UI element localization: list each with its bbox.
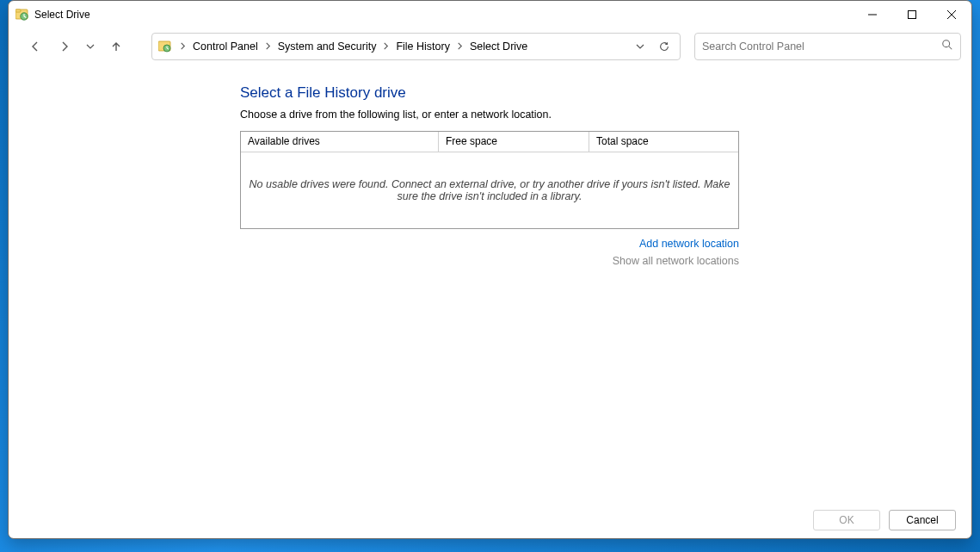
breadcrumb-system-security[interactable]: System and Security: [274, 34, 380, 59]
chevron-right-icon[interactable]: [176, 42, 189, 52]
chevron-right-icon[interactable]: [379, 42, 392, 52]
cancel-button[interactable]: Cancel: [889, 510, 956, 530]
table-header-row: Available drives Free space Total space: [241, 132, 738, 152]
app-icon: [15, 8, 29, 22]
drive-table: Available drives Free space Total space …: [240, 131, 739, 229]
search-icon[interactable]: [941, 39, 953, 54]
search-box[interactable]: [694, 33, 961, 60]
breadcrumb-file-history[interactable]: File History: [392, 34, 453, 59]
svg-line-10: [949, 47, 952, 50]
link-group: Add network location Show all network lo…: [240, 238, 739, 267]
button-bar: OK Cancel: [9, 502, 971, 538]
search-input[interactable]: [702, 40, 941, 53]
chevron-right-icon[interactable]: [453, 42, 466, 52]
breadcrumb-control-panel[interactable]: Control Panel: [189, 34, 262, 59]
forward-button[interactable]: [55, 37, 74, 56]
back-button[interactable]: [26, 37, 45, 56]
svg-rect-4: [909, 10, 916, 18]
col-free-space[interactable]: Free space: [439, 132, 589, 152]
address-history-button[interactable]: [628, 34, 652, 59]
svg-point-9: [943, 40, 950, 47]
col-available-drives[interactable]: Available drives: [241, 132, 439, 152]
refresh-button[interactable]: [652, 34, 676, 59]
svg-rect-1: [15, 9, 21, 12]
up-button[interactable]: [107, 37, 126, 56]
window: Select Drive: [8, 0, 972, 539]
page-heading: Select a File History drive: [240, 84, 954, 102]
col-total-space[interactable]: Total space: [589, 132, 738, 152]
chevron-right-icon[interactable]: [262, 42, 274, 52]
address-bar[interactable]: Control Panel System and Security File H…: [151, 33, 681, 60]
close-button[interactable]: [932, 1, 971, 28]
show-all-network-locations-link[interactable]: Show all network locations: [240, 255, 739, 267]
empty-drives-message: No usable drives were found. Connect an …: [241, 152, 738, 228]
add-network-location-link[interactable]: Add network location: [240, 238, 739, 250]
content-area: Select a File History drive Choose a dri…: [9, 65, 971, 502]
minimize-button[interactable]: [853, 1, 892, 28]
ok-button: OK: [813, 510, 880, 530]
maximize-button[interactable]: [892, 1, 932, 28]
recent-locations-button[interactable]: [84, 37, 96, 56]
page-subtext: Choose a drive from the following list, …: [240, 109, 954, 121]
folder-icon: [157, 39, 173, 54]
nav-row: Control Panel System and Security File H…: [9, 28, 971, 65]
titlebar: Select Drive: [9, 1, 971, 28]
window-title: Select Drive: [34, 9, 90, 21]
breadcrumb-select-drive[interactable]: Select Drive: [466, 34, 531, 59]
